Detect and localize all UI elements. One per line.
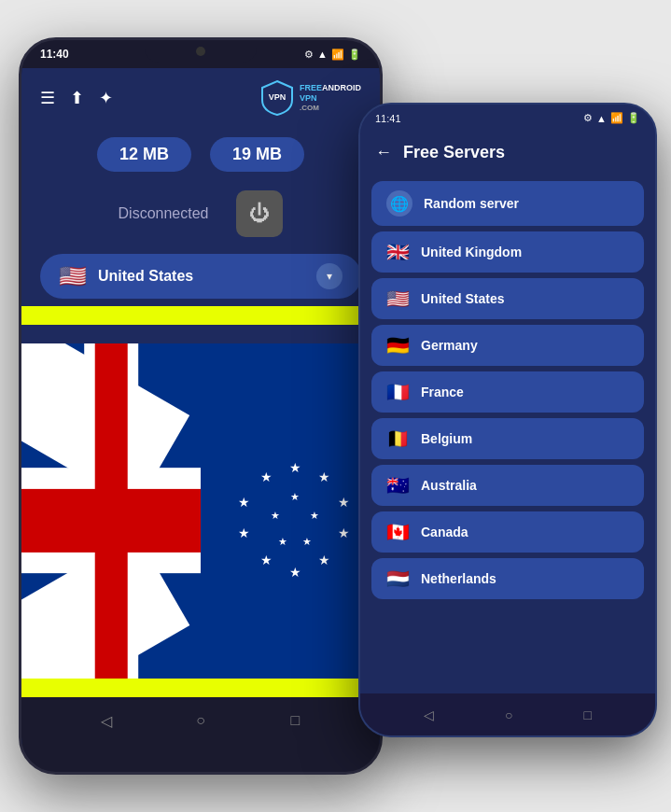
battery-icon: 🔋 — [348, 49, 361, 61]
battery-icon-right: 🔋 — [627, 112, 640, 124]
time-right: 11:41 — [375, 113, 401, 124]
power-button[interactable]: ⏻ — [236, 190, 283, 237]
flag-fr: 🇫🇷 — [386, 381, 410, 403]
svg-text:★: ★ — [290, 491, 300, 502]
logo-text: FREEANDROID VPN .COM — [300, 83, 361, 113]
server-list: 🌐 Random server 🇬🇧 United Kingdom 🇺🇸 Uni… — [360, 174, 655, 693]
server-header: ← Free Servers — [360, 132, 655, 174]
flag-us: 🇺🇸 — [386, 287, 410, 310]
data-stats: 12 MB 19 MB — [21, 128, 380, 181]
status-icons-left: ⚙ ▲ 📶 🔋 — [304, 49, 361, 61]
home-button-right[interactable]: ○ — [505, 707, 512, 722]
power-icon: ⏻ — [249, 202, 270, 226]
svg-text:★: ★ — [260, 553, 273, 567]
server-item-random[interactable]: 🌐 Random server — [371, 181, 644, 226]
download-badge: 12 MB — [97, 137, 191, 172]
flag-nl: 🇳🇱 — [386, 567, 410, 590]
settings-icon: ⚙ — [304, 49, 314, 61]
server-item-au[interactable]: 🇦🇺 Australia — [371, 465, 644, 506]
svg-text:★: ★ — [238, 525, 250, 540]
logo-free: FREE — [300, 83, 322, 92]
back-arrow-button[interactable]: ← — [375, 143, 392, 162]
back-button-left[interactable]: ◁ — [92, 707, 120, 735]
server-name-be: Belgium — [421, 431, 472, 446]
logo: VPN FREEANDROID VPN .COM — [260, 79, 361, 117]
svg-text:★: ★ — [318, 469, 330, 484]
status-row: Disconnected ⏻ — [21, 181, 380, 246]
uk-canton — [21, 343, 201, 697]
flag-stripe-bottom — [21, 679, 380, 697]
star-circle: ★ ★ ★ ★ ★ ★ ★ ★ ★ ★ ★ — [225, 455, 356, 586]
country-selector[interactable]: 🇺🇸 United States ▾ — [40, 254, 361, 299]
flag-ca: 🇨🇦 — [386, 521, 410, 543]
menu-icon[interactable]: ☰ — [40, 88, 55, 108]
server-item-fr[interactable]: 🇫🇷 France — [371, 371, 644, 413]
svg-text:★: ★ — [302, 536, 312, 547]
server-list-title: Free Servers — [403, 143, 505, 162]
server-item-uk[interactable]: 🇬🇧 United Kingdom — [371, 231, 644, 273]
stars-svg: ★ ★ ★ ★ ★ ★ ★ ★ ★ ★ ★ — [225, 455, 365, 595]
flag-stripe-top — [21, 306, 380, 325]
server-name-de: Germany — [421, 338, 478, 353]
country-left: 🇺🇸 United States — [59, 263, 193, 289]
home-button-left[interactable]: ○ — [187, 707, 215, 735]
flag-uk: 🇬🇧 — [386, 241, 410, 263]
server-name-random: Random server — [424, 196, 519, 211]
server-name-ca: Canada — [421, 525, 468, 539]
left-phone: 11:40 ⚙ ▲ 📶 🔋 ☰ ⬆ ✦ VPN FREEANDROID — [19, 37, 383, 775]
server-item-de[interactable]: 🇩🇪 Germany — [371, 325, 644, 366]
svg-text:★: ★ — [238, 495, 250, 510]
recents-button-right[interactable]: □ — [584, 707, 592, 722]
server-item-ca[interactable]: 🇨🇦 Canada — [371, 511, 644, 553]
wifi-icon: ▲ — [317, 49, 328, 60]
logo-com: .COM — [300, 104, 319, 112]
right-phone-inner: 11:41 ⚙ ▲ 📶 🔋 ← Free Servers 🌐 Random se… — [360, 105, 655, 735]
server-item-nl[interactable]: 🇳🇱 Netherlands — [371, 558, 644, 599]
star-icon[interactable]: ✦ — [99, 88, 113, 108]
top-icons: ☰ ⬆ ✦ — [40, 88, 113, 108]
camera — [196, 47, 205, 56]
bottom-nav-right: ◁ ○ □ — [360, 693, 655, 735]
signal-icon: 📶 — [331, 49, 344, 61]
country-flag: 🇺🇸 — [59, 263, 87, 289]
back-button-right[interactable]: ◁ — [424, 707, 434, 722]
server-name-uk: United Kingdom — [421, 245, 522, 259]
logo-android: ANDROID — [322, 83, 361, 92]
server-name-us: United States — [421, 291, 504, 306]
stars-part: ★ ★ ★ ★ ★ ★ ★ ★ ★ ★ ★ — [201, 343, 380, 697]
svg-text:★: ★ — [338, 495, 350, 510]
svg-text:★: ★ — [318, 553, 330, 567]
chevron-down-icon: ▾ — [316, 263, 342, 289]
server-name-nl: Netherlands — [421, 571, 496, 586]
top-bar: ☰ ⬆ ✦ VPN FREEANDROID VPN .COM — [21, 68, 380, 128]
flag-be: 🇧🇪 — [386, 427, 410, 450]
status-bar-right: 11:41 ⚙ ▲ 📶 🔋 — [360, 105, 655, 132]
flag-au: 🇦🇺 — [386, 474, 410, 497]
share-icon[interactable]: ⬆ — [70, 88, 84, 108]
settings-icon-right: ⚙ — [583, 112, 593, 124]
disconnected-status: Disconnected — [119, 205, 209, 222]
svg-text:VPN: VPN — [269, 92, 287, 102]
svg-text:★: ★ — [271, 510, 280, 521]
signal-icon-right: 📶 — [610, 112, 623, 124]
flag-main: ★ ★ ★ ★ ★ ★ ★ ★ ★ ★ ★ — [21, 343, 380, 697]
left-phone-content: ☰ ⬆ ✦ VPN FREEANDROID VPN .COM 12 MB 19 … — [21, 68, 380, 744]
upload-badge: 19 MB — [210, 137, 304, 172]
server-name-au: Australia — [421, 478, 477, 493]
svg-text:★: ★ — [338, 525, 350, 540]
logo-vpn: VPN — [300, 93, 317, 103]
bottom-nav-left: ◁ ○ □ — [21, 697, 380, 744]
wifi-icon-right: ▲ — [596, 113, 607, 124]
notch — [145, 40, 257, 63]
time-left: 11:40 — [40, 48, 69, 61]
right-phone: 11:41 ⚙ ▲ 📶 🔋 ← Free Servers 🌐 Random se… — [358, 103, 657, 737]
server-item-us[interactable]: 🇺🇸 United States — [371, 278, 644, 319]
recents-button-left[interactable]: □ — [281, 707, 309, 735]
svg-text:★: ★ — [310, 510, 319, 521]
flag-de: 🇩🇪 — [386, 334, 410, 357]
globe-icon: 🌐 — [386, 190, 412, 217]
svg-text:★: ★ — [260, 469, 273, 484]
country-name: United States — [98, 268, 193, 285]
uk-red-v — [95, 343, 128, 697]
server-item-be[interactable]: 🇧🇪 Belgium — [371, 418, 644, 459]
